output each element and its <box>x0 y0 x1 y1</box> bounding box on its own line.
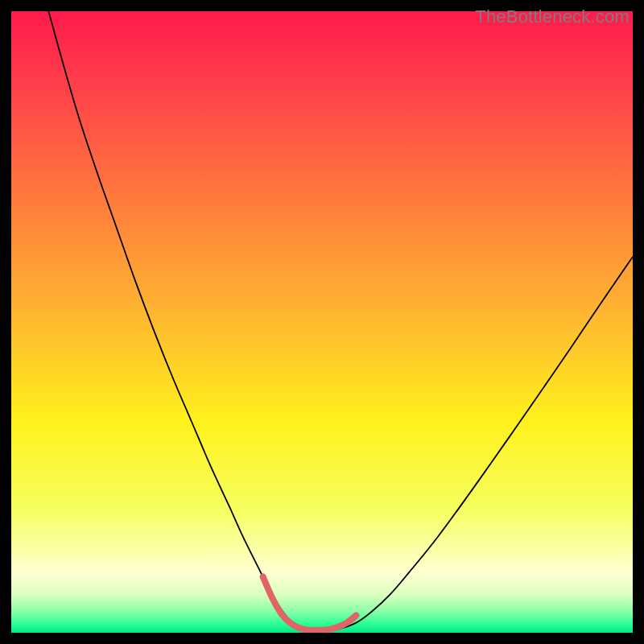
watermark-text: TheBottleneck.com <box>475 6 630 27</box>
gradient-background <box>11 11 633 633</box>
chart-svg <box>11 11 633 633</box>
plot-area <box>11 11 633 633</box>
chart-frame: TheBottleneck.com <box>0 0 644 644</box>
